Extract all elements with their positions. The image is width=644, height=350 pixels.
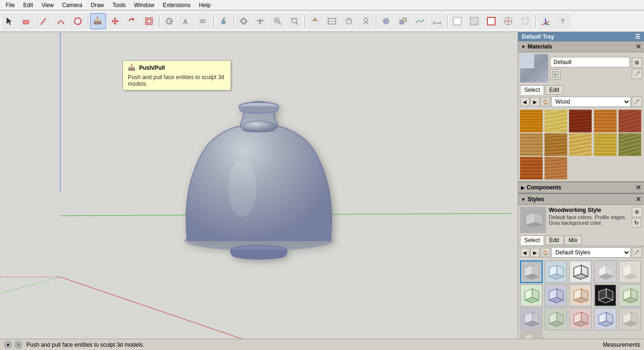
materials-settings-button[interactable]: ⚙	[632, 57, 642, 68]
styles-settings-button[interactable]: ⚙	[632, 207, 642, 217]
style-swatch-8[interactable]	[569, 284, 592, 307]
wood-swatch-4[interactable]	[594, 110, 617, 132]
styles-back-button[interactable]: ◀	[520, 248, 529, 257]
style-swatch-1[interactable]	[520, 260, 543, 283]
walkthrough-button[interactable]	[324, 13, 340, 29]
materials-collapse-arrow[interactable]: ▼	[521, 44, 526, 49]
zoomext-tool-button[interactable]	[287, 13, 303, 29]
3dtext-tool-button[interactable]: 3D	[195, 13, 211, 29]
materials-forward-button[interactable]: ▶	[530, 97, 540, 106]
menu-tools[interactable]: Tools	[109, 1, 130, 9]
style-swatch-13[interactable]	[569, 308, 592, 330]
create-material-button[interactable]	[550, 69, 561, 80]
menu-extensions[interactable]: Extensions	[159, 1, 194, 9]
wood-swatch-1[interactable]	[520, 110, 543, 132]
solid-tools-button[interactable]	[378, 13, 394, 29]
styles-forward-button[interactable]: ▶	[530, 248, 540, 257]
style-swatch-4[interactable]	[594, 260, 617, 283]
styles-category-select[interactable]: Default Styles Assorted Styles Color Set…	[551, 247, 631, 258]
select-tool-button[interactable]	[2, 13, 18, 29]
styles-select-tab[interactable]: Select	[520, 236, 544, 245]
rotate-tool-button[interactable]	[124, 13, 140, 29]
pushpull-tool-button[interactable]	[90, 13, 106, 29]
wood-swatch-12[interactable]	[545, 157, 567, 179]
style2-button[interactable]	[466, 13, 482, 29]
style-swatch-12[interactable]	[545, 308, 567, 330]
dims-button[interactable]	[429, 13, 445, 29]
wood-swatch-6[interactable]	[520, 133, 543, 156]
wood-swatch-8[interactable]	[569, 133, 592, 156]
sandbox-button[interactable]	[412, 13, 428, 29]
components-collapse-arrow[interactable]: ▶	[521, 185, 525, 190]
move-tool-button[interactable]	[107, 13, 123, 29]
menu-camera[interactable]: Camera	[58, 1, 86, 9]
paint-tool-button[interactable]	[215, 13, 231, 29]
menu-file[interactable]: File	[2, 1, 18, 9]
shapes-tool-button[interactable]	[70, 13, 86, 29]
wood-swatch-9[interactable]	[594, 133, 617, 156]
materials-sample-button[interactable]	[632, 69, 642, 79]
wood-swatch-3[interactable]	[569, 110, 592, 132]
components-close-button[interactable]: ✕	[636, 184, 641, 191]
menu-window[interactable]: Window	[131, 1, 158, 9]
materials-close-button[interactable]: ✕	[636, 43, 641, 50]
svg-text:?: ?	[561, 17, 565, 25]
menu-view[interactable]: View	[38, 1, 58, 9]
lookaround-button[interactable]	[341, 13, 357, 29]
styles-edit-icon[interactable]	[632, 247, 642, 258]
section-plane-button[interactable]	[307, 13, 323, 29]
style3-button[interactable]	[483, 13, 499, 29]
style-swatch-16[interactable]	[520, 331, 543, 339]
svg-line-52	[545, 23, 549, 25]
materials-select-tab[interactable]: Select	[520, 85, 544, 95]
style-swatch-6[interactable]	[520, 284, 543, 307]
styles-mix-tab[interactable]: Mix	[564, 236, 582, 245]
status-bar: ● ○ Push and pull face entities to sculp…	[0, 339, 644, 350]
eraser-tool-button[interactable]	[19, 13, 35, 29]
offset-tool-button[interactable]	[141, 13, 157, 29]
style-swatch-11[interactable]	[520, 308, 543, 330]
orbit-tool-button[interactable]	[236, 13, 252, 29]
materials-edit-icon[interactable]	[632, 97, 642, 107]
tapemeasure-tool-button[interactable]	[161, 13, 177, 29]
style-swatch-7[interactable]	[545, 284, 567, 307]
question-button[interactable]: ?	[554, 13, 570, 29]
viewport[interactable]: Push/Pull Push and pull face entities to…	[0, 32, 518, 339]
styles-collapse-arrow[interactable]: ▼	[521, 197, 526, 202]
pencil-tool-button[interactable]	[36, 13, 52, 29]
axes-button[interactable]	[537, 13, 553, 29]
wood-swatch-7[interactable]	[545, 133, 567, 156]
style-swatch-3[interactable]	[569, 260, 592, 283]
style5-button[interactable]	[517, 13, 533, 29]
style-swatch-2[interactable]	[545, 260, 567, 283]
styles-close-button[interactable]: ✕	[636, 195, 641, 203]
style4-button[interactable]	[500, 13, 516, 29]
wood-swatch-5[interactable]	[619, 110, 641, 132]
menu-edit[interactable]: Edit	[19, 1, 37, 9]
components-button[interactable]	[395, 13, 411, 29]
materials-edit-tab[interactable]: Edit	[545, 85, 563, 95]
style-swatch-10[interactable]	[619, 284, 641, 307]
text-tool-button[interactable]: A	[178, 13, 194, 29]
style-swatch-9[interactable]	[594, 284, 617, 307]
styles-refresh-button[interactable]: ↻	[632, 218, 641, 228]
style1-button[interactable]	[449, 13, 465, 29]
style-swatch-14[interactable]	[594, 308, 617, 330]
menu-help[interactable]: Help	[195, 1, 215, 9]
materials-back-button[interactable]: ◀	[520, 97, 529, 106]
pan-tool-button[interactable]	[253, 13, 269, 29]
styles-edit-tab[interactable]: Edit	[545, 236, 563, 245]
style-swatch-15[interactable]	[619, 308, 641, 330]
styles-home-button[interactable]: 🏠	[541, 248, 550, 257]
wood-swatch-2[interactable]	[545, 110, 567, 132]
style-swatch-5[interactable]	[619, 260, 641, 283]
zoom-tool-button[interactable]	[270, 13, 286, 29]
wood-swatch-11[interactable]	[520, 157, 543, 179]
wood-swatch-10[interactable]	[619, 133, 641, 156]
arc-tool-button[interactable]	[53, 13, 69, 29]
materials-home-button[interactable]: 🏠	[541, 97, 550, 106]
tray-menu-icon[interactable]: ☰	[635, 33, 640, 40]
materials-category-select[interactable]: Wood Metal Stone Glass	[551, 97, 631, 107]
position-camera-button[interactable]	[358, 13, 374, 29]
menu-draw[interactable]: Draw	[87, 1, 108, 9]
